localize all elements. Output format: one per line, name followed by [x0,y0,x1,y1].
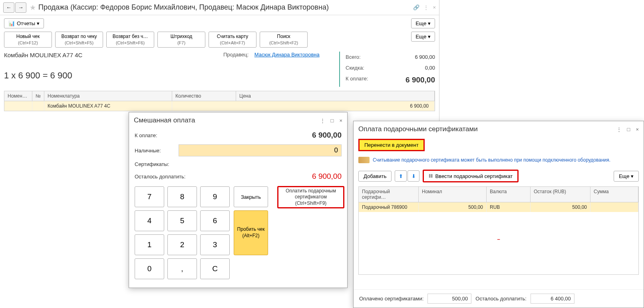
key-8[interactable]: 8 [167,186,197,207]
barcode-label: Штрихкод [163,34,200,40]
paid-cert-value: 500,00 [427,294,471,304]
total-koplate-value: 6 900,00 [405,76,435,84]
cth-sum: Сумма [590,187,638,202]
mp-more-icon[interactable]: ⋮ [320,118,325,124]
total-vsego-label: Всего: [346,54,361,60]
return-no-shortcut: (Ctrl+Shift+F6) [111,40,149,46]
more-button-2[interactable]: Еще ▾ [411,32,435,42]
title-icons: 🔗 ⋮ × [413,4,436,10]
close-button[interactable]: Закрыть [234,186,268,207]
transfer-to-document-button[interactable]: Перенести в документ [358,139,425,151]
key-7[interactable]: 7 [135,186,164,207]
pay-with-certificate-button[interactable]: Оплатить подарочным сертификатом (Ctrl+S… [277,186,344,208]
cp-close-icon[interactable]: × [636,126,639,132]
seller-link[interactable]: Масюк Динара Викторовна [254,52,320,58]
ctd-sum [590,202,638,212]
toolbar-row-1: 📊 Отчеты ▾ Еще ▾ [0,15,439,32]
key-0[interactable]: 0 [135,258,164,279]
red-dash-marker: – [359,212,638,242]
enter-cert-label: Ввести подарочный сертификат [435,173,513,179]
new-check-shortcut: (Ctrl+F12) [9,40,47,46]
barcode-button[interactable]: Штрихкод (F7) [157,32,205,48]
key-3[interactable]: 3 [200,234,230,255]
mp-koplate-label: К оплате: [135,132,179,138]
mp-close-icon[interactable]: × [339,118,342,124]
ctd-balance: 500,00 [531,202,590,212]
move-down-button[interactable]: ⬇ [407,170,419,182]
gift-certificate-panel: Оплата подарочными сертификатами ⋮ □ × П… [353,121,644,308]
mp-maximize-icon[interactable]: □ [331,118,334,124]
cert-table-header: Подарочный сертифи… Номинал Валюта Остат… [359,187,638,202]
current-item-name: Комбайн MOULINEX A77 4C [4,52,219,58]
receipt-label: Пробить чек [236,226,266,233]
reports-label: Отчеты [17,20,35,26]
receipt-button[interactable]: Пробить чек (Alt+F2) [234,210,268,255]
more-label-2: Еще [415,34,426,40]
ctd-cert: Подарочный 786900 [359,202,419,212]
enter-certificate-button[interactable]: ⦀⦀ Ввести подарочный сертификат [423,170,519,182]
read-card-button[interactable]: Считать карту (Ctrl+Alt+F7) [209,32,256,48]
key-1[interactable]: 1 [135,234,164,255]
td-nomen-short [4,101,32,111]
nav-forward-button[interactable]: → [15,2,26,13]
td-number [32,101,44,111]
close-icon[interactable]: × [433,4,436,10]
td-price: 6 900,00 [172,101,435,111]
mp-title: Смешанная оплата [134,116,320,124]
arrow-down-icon: ⬇ [411,173,416,179]
td-nomenclature: Комбайн MOULINEX A77 4C [44,101,172,111]
total-koplate-label: К оплате: [346,76,368,84]
key-6[interactable]: 6 [200,210,230,231]
remain-pay-value: 6 400,00 [531,294,574,304]
ctd-currency: RUB [487,202,531,212]
cth-cert: Подарочный сертифи… [359,187,419,202]
cert-table-row[interactable]: Подарочный 786900 500,00 RUB 500,00 [359,202,638,212]
cp-title: Оплата подарочными сертификатами [358,125,616,133]
more-icon[interactable]: ⋮ [423,4,429,10]
key-2[interactable]: 2 [167,234,197,255]
more-button[interactable]: Еще ▾ [411,18,435,28]
cert-table-body: Подарочный 786900 500,00 RUB 500,00 – [359,202,638,274]
ctd-nominal: 500,00 [419,202,487,212]
cert-table: Подарочный сертифи… Номинал Валюта Остат… [358,186,639,275]
cp-maximize-icon[interactable]: □ [627,126,630,132]
key-4[interactable]: 4 [135,210,164,231]
cth-currency: Валюта [487,187,531,202]
return-check-button[interactable]: Возврат по чеку (Ctrl+Shift+F5) [55,32,103,48]
action-buttons: Новый чек (Ctrl+F12) Возврат по чеку (Ct… [0,32,439,48]
reports-button[interactable]: 📊 Отчеты ▾ [4,18,44,28]
key-clear[interactable]: C [200,258,230,279]
move-up-button[interactable]: ⬆ [395,170,407,182]
receipt-shortcut: (Alt+F2) [236,233,266,239]
th-quantity: Количество [172,91,236,101]
read-card-label: Считать карту [214,34,251,40]
cp-more-button[interactable]: Еще ▾ [614,171,639,182]
title-bar: ← → ★ Продажа (Кассир: Федоров Борис Мих… [0,0,439,15]
return-check-label: Возврат по чеку [60,34,98,40]
return-no-check-button[interactable]: Возврат без ч… (Ctrl+Shift+F6) [106,32,154,48]
mp-cert-label: Сертификаты: [135,161,179,167]
key-5[interactable]: 5 [167,210,197,231]
seller-label: Продавец: [223,52,248,58]
th-price: Цена [236,91,435,101]
nav-back-button[interactable]: ← [3,2,14,13]
info-row: Комбайн MOULINEX A77 4C 1 x 6 900 = 6 90… [0,48,439,91]
info-left: Комбайн MOULINEX A77 4C 1 x 6 900 = 6 90… [4,52,219,87]
mp-cash-input[interactable] [179,144,342,156]
table-row[interactable]: Комбайн MOULINEX A77 4C 6 900,00 [4,101,435,111]
key-9[interactable]: 9 [200,186,230,207]
key-comma[interactable]: , [167,258,197,279]
totals-panel: Всего: 6 900,00 Скидка: 0,00 К оплате: 6… [339,52,435,87]
new-check-button[interactable]: Новый чек (Ctrl+F12) [4,32,52,48]
calc-line: 1 x 6 900 = 6 900 [4,70,219,81]
th-nomenclature: Номенклатура [44,91,172,101]
cp-more-icon[interactable]: ⋮ [616,126,622,132]
return-no-label: Возврат без ч… [111,34,149,40]
search-label: Поиск [265,34,302,40]
ruler-icon [358,157,370,163]
star-icon[interactable]: ★ [30,3,36,12]
add-button[interactable]: Добавить [358,171,392,182]
search-button[interactable]: Поиск (Ctrl+Shift+F2) [260,32,308,48]
link-icon[interactable]: 🔗 [413,4,419,10]
cp-more-label: Еще [619,173,629,179]
